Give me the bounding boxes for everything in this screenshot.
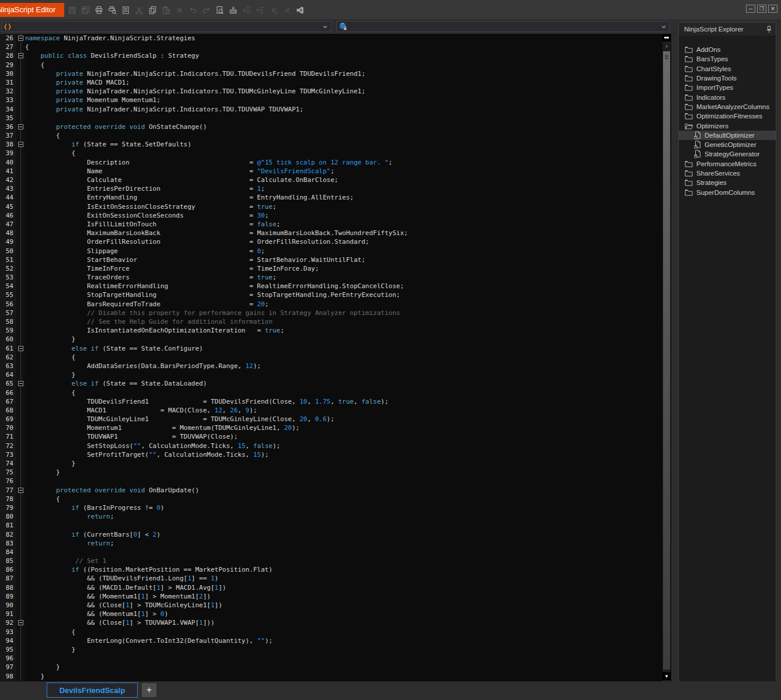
code-line[interactable]: 89 && (Momentum1[1] > Momentum1[2])	[0, 592, 671, 601]
code-line[interactable]: 84	[0, 548, 671, 556]
code-line[interactable]: 90 && (Close[1] > TDUMcGinleyLine1[1])	[0, 601, 671, 610]
code-line[interactable]: 57 // Disable this property for performa…	[0, 309, 671, 317]
tree-item-superdomcolumns[interactable]: SuperDomColumns	[679, 187, 776, 197]
code-line[interactable]: 82 if (CurrentBars[0] < 2)	[0, 530, 671, 539]
code-line[interactable]: 77 protected override void OnBarUpdate()	[0, 486, 671, 495]
tree-item-shareservices[interactable]: ShareServices	[679, 169, 776, 178]
code-line[interactable]: 95 }	[0, 645, 671, 654]
code-line[interactable]: 58 // See the Help Guide for additional …	[0, 317, 671, 326]
code-line[interactable]: 51 StartBehavior = StartBehavior.WaitUnt…	[0, 256, 671, 264]
code-line[interactable]: 71 TDUVWAP1 = TDUVWAP(Close);	[0, 432, 671, 441]
code-line[interactable]: 86 if ((Position.MarketPosition == Marke…	[0, 565, 671, 574]
code-line[interactable]: 59 IsInstantiatedOnEachOptimizationItera…	[0, 326, 671, 335]
print-icon[interactable]	[92, 3, 106, 17]
code-line[interactable]: 43 EntriesPerDirection = 1;	[0, 184, 671, 193]
code-line[interactable]: 75 }	[0, 468, 671, 477]
code-line[interactable]: 91 && (Momentum1[1] > 0)	[0, 610, 671, 618]
scroll-up-arrow-icon[interactable]: ▲	[663, 41, 671, 50]
code-editor[interactable]: 26namespace NinjaTrader.NinjaScript.Stra…	[0, 34, 671, 681]
editor-vertical-scrollbar[interactable]: ▲ ▼	[663, 34, 671, 681]
code-line[interactable]: 76	[0, 477, 671, 485]
code-line[interactable]: 96	[0, 654, 671, 663]
fold-collapse-marker[interactable]	[16, 51, 25, 60]
new-tab-button[interactable]: +	[142, 683, 156, 697]
code-line[interactable]: 54 RealtimeErrorHandling = RealtimeError…	[0, 282, 671, 290]
maximize-button[interactable]: ❐	[757, 5, 766, 13]
tree-item-importtypes[interactable]: ImportTypes	[679, 83, 776, 92]
code-line[interactable]: 63 AddDataSeries(Data.BarsPeriodType.Ran…	[0, 362, 671, 370]
cut-icon[interactable]	[133, 3, 146, 17]
code-line[interactable]: 80 return;	[0, 512, 671, 521]
tree-item-addons[interactable]: AddOns	[679, 45, 776, 54]
code-line[interactable]: 27{	[0, 43, 671, 51]
tree-item-indicators[interactable]: Indicators	[679, 92, 776, 102]
uncomment-icon[interactable]	[280, 3, 294, 17]
code-line[interactable]: 72 SetStopLoss("", CalculationMode.Ticks…	[0, 442, 671, 450]
code-line[interactable]: 56 BarsRequiredToTrade = 20;	[0, 300, 671, 309]
code-line[interactable]: 52 TimeInForce = TimeInForce.Day;	[0, 264, 671, 273]
fold-collapse-marker[interactable]	[16, 379, 25, 388]
tree-item-optimizers[interactable]: Optimizers	[679, 121, 776, 130]
code-line[interactable]: 85 // Set 1	[0, 556, 671, 565]
code-line[interactable]: 94 EnterLong(Convert.ToInt32(DefaultQuan…	[0, 636, 671, 645]
scroll-down-arrow-icon[interactable]: ▼	[663, 672, 671, 680]
code-line[interactable]: 87 && (TDUDevilsFriend1.Long[1] == 1)	[0, 574, 671, 583]
minimize-button[interactable]: ─	[746, 5, 755, 13]
tree-item-marketanalyzercolumns[interactable]: MarketAnalyzerColumns	[679, 102, 776, 111]
code-line[interactable]: 33 private Momentum Momentum1;	[0, 96, 671, 104]
fold-collapse-marker[interactable]	[16, 618, 25, 627]
code-line[interactable]: 29 {	[0, 61, 671, 69]
code-line[interactable]: 49 OrderFillResolution = OrderFillResolu…	[0, 237, 671, 246]
code-line[interactable]: 62 {	[0, 353, 671, 362]
indent-increase-icon[interactable]	[253, 3, 267, 17]
code-line[interactable]: 31 private MACD MACD1;	[0, 78, 671, 87]
fold-collapse-marker[interactable]	[16, 123, 25, 131]
fold-collapse-marker[interactable]	[16, 140, 25, 149]
members-dropdown[interactable]	[336, 21, 670, 32]
tree-item-optimizationfitnesses[interactable]: OptimizationFitnesses	[679, 111, 776, 121]
code-line[interactable]: 78 {	[0, 495, 671, 503]
code-line[interactable]: 36 protected override void OnStateChange…	[0, 123, 671, 131]
code-line[interactable]: 69 TDUMcGinleyLine1 = TDUMcGinleyLine(Cl…	[0, 415, 671, 424]
tree-item-barstypes[interactable]: BarsTypes	[679, 54, 776, 64]
code-line[interactable]: 74 }	[0, 459, 671, 468]
code-line[interactable]: 66 {	[0, 388, 671, 397]
code-line[interactable]: 93 {	[0, 628, 671, 636]
code-line[interactable]: 35	[0, 114, 671, 123]
code-line[interactable]: 34 private NinjaTrader.NinjaScript.Indic…	[0, 105, 671, 114]
pin-icon[interactable]	[766, 26, 772, 33]
code-line[interactable]: 81	[0, 521, 671, 530]
code-line[interactable]: 45 IsExitOnSessionCloseStrategy = true;	[0, 202, 671, 211]
split-editor-handle[interactable]	[663, 34, 671, 41]
code-line[interactable]: 41 Name = "DevilsFriendScalp";	[0, 167, 671, 176]
code-line[interactable]: 28 public class DevilsFriendScalp : Stra…	[0, 51, 671, 60]
find-in-file-icon[interactable]	[213, 3, 226, 17]
code-line[interactable]: 83 return;	[0, 539, 671, 548]
code-line[interactable]: 38 if (State == State.SetDefaults)	[0, 140, 671, 149]
print-preview-icon[interactable]	[106, 3, 119, 17]
tree-item-performancemetrics[interactable]: PerformanceMetrics	[679, 159, 776, 169]
code-line[interactable]: 39 {	[0, 149, 671, 158]
close-button[interactable]: ✕	[768, 5, 777, 13]
code-line[interactable]: 30 private NinjaTrader.NinjaScript.Indic…	[0, 69, 671, 78]
paste-icon[interactable]	[159, 3, 173, 17]
tree-item-drawingtools[interactable]: DrawingTools	[679, 74, 776, 83]
code-line[interactable]: 70 Momentum1 = Momentum(TDUMcGinleyLine1…	[0, 424, 671, 432]
scrollbar-thumb[interactable]	[663, 51, 670, 670]
fold-collapse-marker[interactable]	[16, 344, 25, 353]
code-line[interactable]: 26namespace NinjaTrader.NinjaScript.Stra…	[0, 34, 671, 43]
save-icon[interactable]	[65, 3, 79, 17]
copy-icon[interactable]	[146, 3, 159, 17]
indent-decrease-icon[interactable]	[240, 3, 253, 17]
tree-item-geneticoptimizer[interactable]: GeneticOptimizer	[679, 140, 776, 149]
tree-item-defaultoptimizer[interactable]: DefaultOptimizer	[679, 131, 776, 140]
visual-studio-icon[interactable]	[294, 3, 307, 17]
redo-icon[interactable]	[200, 3, 213, 17]
comment-icon[interactable]	[267, 3, 280, 17]
types-dropdown[interactable]	[1, 21, 332, 32]
code-line[interactable]: 88 && (MACD1.Default[1] > MACD1.Avg[1])	[0, 583, 671, 592]
delete-icon[interactable]	[173, 3, 186, 17]
code-line[interactable]: 48 MaximumBarsLookBack = MaximumBarsLook…	[0, 229, 671, 237]
code-line[interactable]: 55 StopTargetHandling = StopTargetHandli…	[0, 290, 671, 299]
code-line[interactable]: 68 MACD1 = MACD(Close, 12, 26, 9);	[0, 406, 671, 415]
